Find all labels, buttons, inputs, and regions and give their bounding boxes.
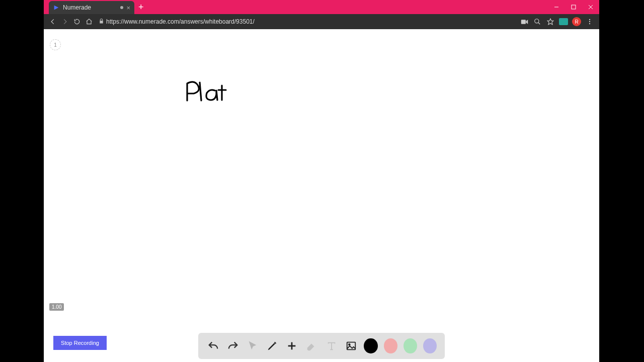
window-controls [548,0,599,14]
text-tool[interactable] [325,338,338,353]
browser-window: Numerade × + [44,0,599,362]
bookmark-star-icon[interactable] [545,16,556,27]
tab-recording-indicator-icon [120,6,123,9]
zoom-icon[interactable] [532,16,543,27]
zoom-level-badge[interactable]: 1.00 [49,303,64,311]
profile-avatar[interactable]: R [571,16,582,27]
svg-point-7 [535,19,539,23]
extension-icon[interactable] [558,16,569,27]
svg-point-11 [589,21,590,22]
handwriting-stroke [44,29,295,180]
svg-rect-2 [572,5,576,9]
svg-line-8 [538,23,540,25]
url-field[interactable]: https://www.numerade.com/answers/whitebo… [106,18,518,25]
page-viewport: 1 1.00 Stop Recording [44,29,599,362]
nav-back-button[interactable] [47,16,58,27]
tab-title: Numerade [63,4,117,11]
eraser-tool[interactable] [305,338,318,353]
svg-point-10 [589,19,590,20]
svg-marker-6 [526,20,528,24]
camera-indicator-icon[interactable] [519,16,530,27]
undo-button[interactable] [206,338,220,353]
svg-point-16 [349,344,350,345]
window-maximize-button[interactable] [565,0,582,14]
color-black[interactable] [364,338,377,353]
redo-button[interactable] [226,338,239,353]
color-green[interactable] [404,338,417,353]
whiteboard-toolbar [198,333,445,359]
pencil-tool[interactable] [265,338,279,353]
color-purple[interactable] [423,338,437,353]
new-tab-button[interactable]: + [138,2,144,13]
stop-recording-button[interactable]: Stop Recording [53,336,107,350]
nav-home-button[interactable] [84,16,95,27]
svg-point-12 [589,23,590,24]
browser-tab[interactable]: Numerade × [49,1,134,14]
nav-reload-button[interactable] [71,16,83,27]
image-tool[interactable] [344,338,358,353]
titlebar: Numerade × + [44,0,599,14]
whiteboard-canvas[interactable]: 1 1.00 Stop Recording [44,29,599,362]
svg-rect-5 [521,20,525,24]
svg-marker-9 [547,19,553,25]
svg-rect-15 [347,342,356,350]
color-red[interactable] [384,338,397,353]
window-minimize-button[interactable] [548,0,565,14]
tab-close-icon[interactable]: × [126,4,130,12]
browser-menu-icon[interactable] [584,16,595,27]
pointer-tool[interactable] [246,338,259,353]
crosshair-cursor-icon [218,86,226,94]
address-bar: https://www.numerade.com/answers/whitebo… [44,14,599,29]
tab-favicon [53,4,60,11]
svg-marker-0 [54,6,59,10]
add-tool[interactable] [285,338,299,353]
nav-forward-button[interactable] [59,16,70,27]
lock-icon [99,18,104,26]
window-close-button[interactable] [582,0,599,14]
